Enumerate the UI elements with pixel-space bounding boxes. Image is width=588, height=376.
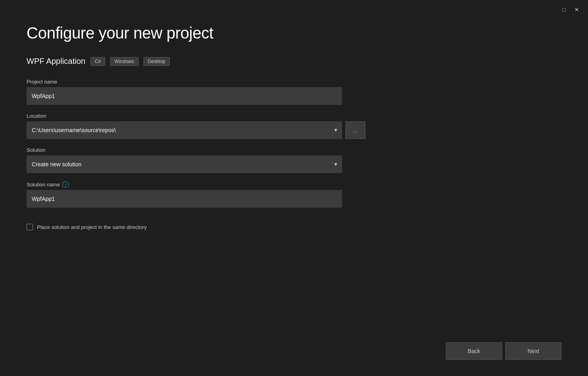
project-name-label: Project name [27,79,561,85]
location-label: Location [27,113,561,119]
location-row: C:\Users\username\source\repos\ ▼ ... [27,121,561,139]
solution-name-info-icon[interactable]: i [62,181,69,188]
same-directory-checkbox[interactable] [27,224,33,230]
title-bar: □ ✕ [553,0,588,19]
project-name-section: Project name [27,79,561,105]
same-directory-row: Place solution and project in the same d… [27,224,561,230]
location-select-wrapper: C:\Users\username\source\repos\ ▼ [27,121,342,139]
tag-csharp: C# [90,57,105,66]
same-directory-label[interactable]: Place solution and project in the same d… [37,224,147,230]
back-button[interactable]: Back [446,342,502,360]
page-title: Configure your new project [27,24,561,42]
next-button[interactable]: Next [505,342,561,360]
solution-name-label: Solution name i [27,181,561,188]
solution-select-wrapper: Create new solution ▼ [27,155,342,173]
close-button[interactable]: ✕ [570,3,583,16]
location-section: Location C:\Users\username\source\repos\… [27,113,561,139]
main-content: Configure your new project WPF Applicati… [0,0,588,376]
project-type-name: WPF Application [27,57,86,66]
browse-button[interactable]: ... [345,121,365,139]
tag-windows: Windows [110,57,139,66]
solution-name-input[interactable] [27,190,342,208]
tag-desktop: Desktop [143,57,170,66]
footer: Back Next [446,342,561,360]
project-name-input[interactable] [27,87,342,105]
solution-section: Solution Create new solution ▼ [27,147,561,173]
project-type-row: WPF Application C# Windows Desktop [27,57,561,66]
maximize-button[interactable]: □ [557,3,570,16]
solution-label: Solution [27,147,561,153]
solution-name-section: Solution name i [27,181,561,208]
solution-select[interactable]: Create new solution [27,155,342,173]
location-select[interactable]: C:\Users\username\source\repos\ [27,121,342,139]
